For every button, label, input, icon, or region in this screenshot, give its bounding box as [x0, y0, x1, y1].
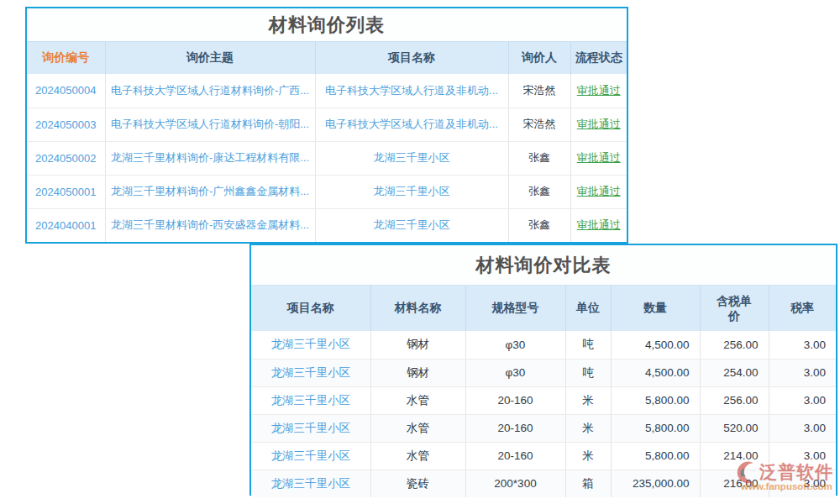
unit: 米 [565, 386, 611, 414]
col-header-project-name: 项目名称 [315, 42, 508, 74]
quantity: 4,500.00 [611, 331, 700, 359]
table-row: 龙湖三千里小区 水管 20-160 米 5,800.00 520.00 3.00 [251, 414, 836, 442]
tax-incl-price: 256.00 [700, 331, 769, 359]
project-name-link[interactable]: 龙湖三千里小区 [315, 208, 508, 242]
table-row: 龙湖三千里小区 钢材 φ30 吨 4,500.00 254.00 3.00 [251, 359, 836, 386]
quantity: 5,800.00 [611, 386, 700, 414]
comparison-panel: 材料询价对比表 项目名称 材料名称 规格型号 单位 数量 含税单价 税率 龙湖三… [249, 244, 837, 496]
project-name-link[interactable]: 龙湖三千里小区 [251, 386, 370, 414]
table-row: 2024050002 龙湖三千里材料询价-康达工程材料有限... 龙湖三千里小区… [27, 141, 627, 175]
col-header-tax-incl-price: 含税单价 [700, 286, 769, 331]
tax-incl-price: 214.00 [700, 442, 769, 470]
tax-rate: 3.00 [769, 470, 836, 497]
unit: 箱 [565, 470, 611, 497]
spec-model: 20-160 [465, 386, 565, 414]
project-name-link[interactable]: 龙湖三千里小区 [251, 470, 370, 497]
project-name-link[interactable]: 龙湖三千里小区 [251, 331, 370, 359]
approval-status-link[interactable]: 审批通过 [570, 108, 627, 141]
col-header-material-name: 材料名称 [370, 286, 465, 331]
col-header-tax-rate: 税率 [769, 286, 836, 331]
comparison-header-row: 项目名称 材料名称 规格型号 单位 数量 含税单价 税率 [251, 286, 836, 331]
tax-incl-price: 216.00 [700, 470, 769, 497]
comparison-title: 材料询价对比表 [251, 245, 836, 286]
project-name-link[interactable]: 龙湖三千里小区 [251, 359, 370, 386]
material-name: 钢材 [370, 359, 465, 386]
tax-rate: 3.00 [769, 386, 836, 414]
unit: 吨 [565, 359, 611, 386]
col-header-spec-model: 规格型号 [465, 286, 565, 331]
material-name: 水管 [370, 386, 465, 414]
table-row: 龙湖三千里小区 瓷砖 200*300 箱 235,000.00 216.00 3… [251, 470, 836, 497]
inquirer-name: 张鑫 [508, 141, 570, 175]
project-name-link[interactable]: 龙湖三千里小区 [315, 175, 508, 208]
inquirer-name: 张鑫 [508, 175, 570, 208]
col-header-flow-status: 流程状态 [570, 42, 627, 74]
unit: 米 [565, 414, 611, 442]
inquiry-subject-link[interactable]: 龙湖三千里材料询价-康达工程材料有限... [105, 141, 315, 175]
col-header-inquiry-subject: 询价主题 [105, 42, 315, 74]
tax-incl-price: 254.00 [700, 359, 769, 386]
comparison-table: 项目名称 材料名称 规格型号 单位 数量 含税单价 税率 龙湖三千里小区 钢材 … [251, 286, 836, 497]
col-header-unit: 单位 [565, 286, 611, 331]
material-name: 钢材 [370, 331, 465, 359]
approval-status-link[interactable]: 审批通过 [570, 208, 627, 242]
col-header-inquirer: 询价人 [508, 42, 570, 74]
table-row: 龙湖三千里小区 水管 20-160 米 5,800.00 256.00 3.00 [251, 386, 836, 414]
material-name: 水管 [370, 442, 465, 470]
inquiry-no-link[interactable]: 2024050003 [27, 108, 105, 141]
spec-model: φ30 [465, 331, 565, 359]
table-row: 龙湖三千里小区 水管 20-160 米 5,800.00 214.00 3.00 [251, 442, 836, 470]
tax-incl-price: 256.00 [700, 386, 769, 414]
table-row: 2024040001 龙湖三千里材料询价-西安盛器金属材料... 龙湖三千里小区… [27, 208, 627, 242]
spec-model: 20-160 [465, 414, 565, 442]
inquirer-name: 宋浩然 [508, 108, 570, 141]
material-name: 水管 [370, 414, 465, 442]
tax-rate: 3.00 [769, 414, 836, 442]
inquiry-no-link[interactable]: 2024050004 [27, 74, 105, 108]
inquirer-name: 宋浩然 [508, 74, 570, 108]
inquiry-list-title: 材料询价列表 [27, 8, 627, 42]
inquiry-no-link[interactable]: 2024050001 [27, 175, 105, 208]
table-row: 2024050004 电子科技大学区域人行道材料询价-广西... 电子科技大学区… [27, 74, 627, 108]
inquiry-no-link[interactable]: 2024040001 [27, 208, 105, 242]
approval-status-link[interactable]: 审批通过 [570, 175, 627, 208]
inquirer-name: 张鑫 [508, 208, 570, 242]
project-name-link[interactable]: 电子科技大学区域人行道及非机动... [315, 108, 508, 141]
inquiry-list-panel: 材料询价列表 询价编号 询价主题 项目名称 询价人 流程状态 202405000… [25, 7, 628, 244]
inquiry-subject-link[interactable]: 电子科技大学区域人行道材料询价-朝阳... [105, 108, 315, 141]
tax-rate: 3.00 [769, 331, 836, 359]
inquiry-subject-link[interactable]: 龙湖三千里材料询价-西安盛器金属材料... [105, 208, 315, 242]
unit: 吨 [565, 331, 611, 359]
approval-status-link[interactable]: 审批通过 [570, 141, 627, 175]
col-header-project-name: 项目名称 [251, 286, 370, 331]
inquiry-list-table: 询价编号 询价主题 项目名称 询价人 流程状态 2024050004 电子科技大… [27, 42, 627, 242]
table-row: 2024050003 电子科技大学区域人行道材料询价-朝阳... 电子科技大学区… [27, 108, 627, 141]
table-row: 龙湖三千里小区 钢材 φ30 吨 4,500.00 256.00 3.00 [251, 331, 836, 359]
tax-rate: 3.00 [769, 442, 836, 470]
project-name-link[interactable]: 龙湖三千里小区 [251, 442, 370, 470]
tax-incl-price: 520.00 [700, 414, 769, 442]
tax-rate: 3.00 [769, 359, 836, 386]
spec-model: φ30 [465, 359, 565, 386]
approval-status-link[interactable]: 审批通过 [570, 74, 627, 108]
spec-model: 200*300 [465, 470, 565, 497]
inquiry-subject-link[interactable]: 龙湖三千里材料询价-广州鑫鑫金属材料... [105, 175, 315, 208]
project-name-link[interactable]: 龙湖三千里小区 [251, 414, 370, 442]
project-name-link[interactable]: 电子科技大学区域人行道及非机动... [315, 74, 508, 108]
quantity: 4,500.00 [611, 359, 700, 386]
unit: 米 [565, 442, 611, 470]
spec-model: 20-160 [465, 442, 565, 470]
material-name: 瓷砖 [370, 470, 465, 497]
col-header-quantity: 数量 [611, 286, 700, 331]
quantity: 235,000.00 [611, 470, 700, 497]
inquiry-subject-link[interactable]: 电子科技大学区域人行道材料询价-广西... [105, 74, 315, 108]
quantity: 5,800.00 [611, 414, 700, 442]
col-header-inquiry-no: 询价编号 [27, 42, 105, 74]
project-name-link[interactable]: 龙湖三千里小区 [315, 141, 508, 175]
inquiry-no-link[interactable]: 2024050002 [27, 141, 105, 175]
quantity: 5,800.00 [611, 442, 700, 470]
table-row: 2024050001 龙湖三千里材料询价-广州鑫鑫金属材料... 龙湖三千里小区… [27, 175, 627, 208]
inquiry-list-header-row: 询价编号 询价主题 项目名称 询价人 流程状态 [27, 42, 627, 74]
